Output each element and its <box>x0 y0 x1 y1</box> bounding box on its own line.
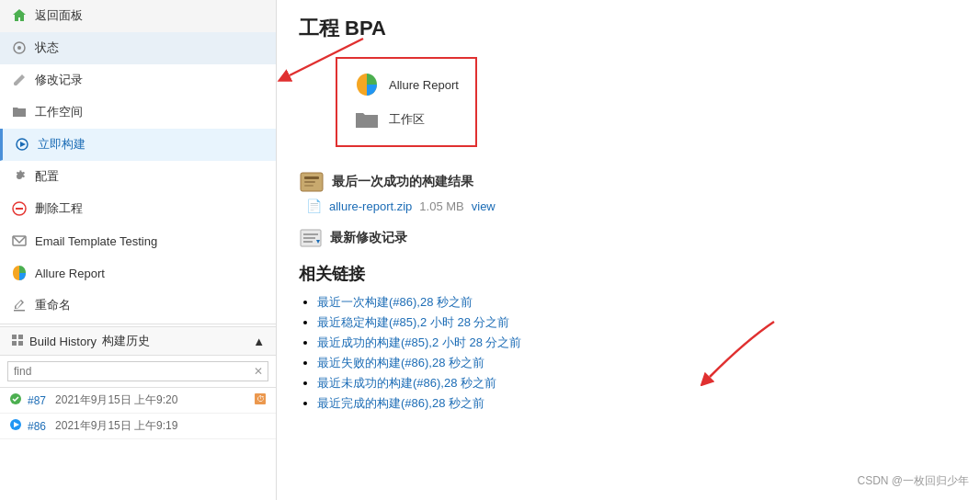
sidebar-item-allure-report[interactable]: Allure Report <box>0 257 276 290</box>
related-link-4[interactable]: 最近未成功的构建(#86),28 秒之前 <box>317 376 496 390</box>
build-history-cn: 构建历史 <box>102 333 150 349</box>
sidebar: 返回面板 状态 修改记录 工作空间 立即构建 配置 <box>0 0 277 500</box>
last-build-title: 最后一次成功的构建结果 <box>299 171 958 193</box>
main-content: 工程 BPA Allure Report <box>277 0 980 500</box>
build-time-87: 2021年9月15日 上午9:20 <box>55 392 177 408</box>
svg-text:⏱: ⏱ <box>256 394 265 403</box>
build-num-86[interactable]: #86 <box>28 420 46 433</box>
related-links-section: 相关链接 最近一次构建(#86),28 秒之前 最近稳定构建(#85),2 小时… <box>299 263 958 412</box>
sidebar-item-rename[interactable]: 重命名 <box>0 290 276 322</box>
build-search-container: ✕ <box>0 356 276 388</box>
chevron-icon: ▲ <box>253 335 265 348</box>
related-links-list: 最近一次构建(#86),28 秒之前 最近稳定构建(#85),2 小时 28 分… <box>299 294 958 412</box>
last-build-icon <box>299 171 325 193</box>
file-name-link[interactable]: allure-report.zip <box>329 199 412 213</box>
popup-allure-label: Allure Report <box>389 78 459 92</box>
related-link-item-1: 最近稳定构建(#85),2 小时 28 分之前 <box>317 314 958 331</box>
home-icon <box>11 7 28 24</box>
delete-icon <box>11 200 28 217</box>
sidebar-label-workspace: 工作空间 <box>35 104 83 120</box>
file-view-link[interactable]: view <box>472 199 496 213</box>
allure-icon <box>11 265 28 281</box>
popup-workspace-label: 工作区 <box>389 111 425 128</box>
build-history-header: Build History 构建历史 ▲ <box>0 326 276 356</box>
last-build-file: 📄 allure-report.zip 1.05 MB view <box>306 199 958 213</box>
sidebar-divider <box>0 324 276 324</box>
sidebar-item-config[interactable]: 配置 <box>0 161 276 193</box>
build-item-87[interactable]: #87 2021年9月15日 上午9:20 ⏱ <box>0 388 276 414</box>
build-time-86: 2021年9月15日 上午9:19 <box>55 418 177 434</box>
change-icon <box>299 228 323 248</box>
svg-marker-3 <box>20 142 26 147</box>
svg-rect-18 <box>304 176 319 179</box>
sidebar-label-email-template: Email Template Testing <box>35 234 157 248</box>
page-title: 工程 BPA <box>299 15 958 42</box>
last-build-section: 最后一次成功的构建结果 📄 allure-report.zip 1.05 MB … <box>299 171 958 213</box>
build-history-icon <box>11 334 24 349</box>
popup-allure-icon <box>354 72 380 97</box>
svg-rect-10 <box>18 341 23 346</box>
build-success-icon <box>9 392 22 408</box>
sidebar-label-delete: 删除工程 <box>35 200 83 217</box>
sidebar-item-back[interactable]: 返回面板 <box>0 0 276 32</box>
red-arrow-diagonal <box>701 312 792 386</box>
sidebar-label-allure-report: Allure Report <box>35 267 105 280</box>
file-size: 1.05 MB <box>419 199 463 213</box>
sidebar-label-config: 配置 <box>35 168 59 185</box>
svg-rect-19 <box>304 181 315 183</box>
popup-card: Allure Report 工作区 <box>336 57 477 147</box>
related-link-item-4: 最近未成功的构建(#86),28 秒之前 <box>317 375 958 392</box>
gear-icon <box>11 168 28 185</box>
edit-icon <box>11 72 28 88</box>
svg-point-1 <box>17 46 21 50</box>
popup-workspace-icon <box>354 107 380 132</box>
related-link-0[interactable]: 最近一次构建(#86),28 秒之前 <box>317 295 473 309</box>
sidebar-item-changes[interactable]: 修改记录 <box>0 64 276 97</box>
build-history-title: Build History <box>29 335 97 348</box>
search-clear-icon[interactable]: ✕ <box>254 365 263 378</box>
status-icon <box>11 40 28 56</box>
svg-rect-9 <box>12 341 17 346</box>
email-icon <box>11 233 28 249</box>
build-action-icon-87[interactable]: ⏱ <box>254 392 267 408</box>
sidebar-item-build[interactable]: 立即构建 <box>0 129 276 161</box>
sidebar-item-workspace[interactable]: 工作空间 <box>0 97 276 129</box>
sidebar-item-email-template[interactable]: Email Template Testing <box>0 225 276 257</box>
sidebar-label-build: 立即构建 <box>38 136 85 153</box>
build-icon <box>14 136 30 153</box>
build-running-icon <box>9 418 22 434</box>
sidebar-item-delete[interactable]: 删除工程 <box>0 193 276 225</box>
related-link-item-2: 最近成功的构建(#85),2 小时 28 分之前 <box>317 335 958 351</box>
svg-rect-7 <box>12 335 17 339</box>
latest-change-section: 最新修改记录 <box>299 228 958 248</box>
sidebar-label-status: 状态 <box>35 40 59 56</box>
sidebar-label-back: 返回面板 <box>35 7 83 24</box>
folder-icon <box>11 104 28 120</box>
latest-change-title: 最新修改记录 <box>299 228 958 248</box>
related-link-2[interactable]: 最近成功的构建(#85),2 小时 28 分之前 <box>317 335 522 349</box>
zip-icon: 📄 <box>306 199 322 213</box>
build-num-87[interactable]: #87 <box>28 394 46 407</box>
related-link-item-3: 最近失败的构建(#86),28 秒之前 <box>317 355 958 371</box>
build-item-86[interactable]: #86 2021年9月15日 上午9:19 <box>0 414 276 439</box>
build-search-input[interactable] <box>7 361 268 381</box>
sidebar-item-status[interactable]: 状态 <box>0 32 276 64</box>
popup-workspace[interactable]: 工作区 <box>354 107 459 132</box>
related-link-5[interactable]: 最近完成的构建(#86),28 秒之前 <box>317 396 484 410</box>
sidebar-label-changes: 修改记录 <box>35 72 83 88</box>
rename-icon <box>11 297 28 313</box>
related-links-title: 相关链接 <box>299 263 958 285</box>
svg-rect-8 <box>18 335 23 339</box>
related-link-item-5: 最近完成的构建(#86),28 秒之前 <box>317 395 958 412</box>
popup-allure-report[interactable]: Allure Report <box>354 72 459 97</box>
watermark: CSDN @一枚回归少年 <box>857 473 969 489</box>
related-link-item-0: 最近一次构建(#86),28 秒之前 <box>317 294 958 311</box>
sidebar-label-rename: 重命名 <box>35 297 71 313</box>
related-link-1[interactable]: 最近稳定构建(#85),2 小时 28 分之前 <box>317 315 510 329</box>
svg-rect-20 <box>304 185 313 187</box>
related-link-3[interactable]: 最近失败的构建(#86),28 秒之前 <box>317 356 484 369</box>
